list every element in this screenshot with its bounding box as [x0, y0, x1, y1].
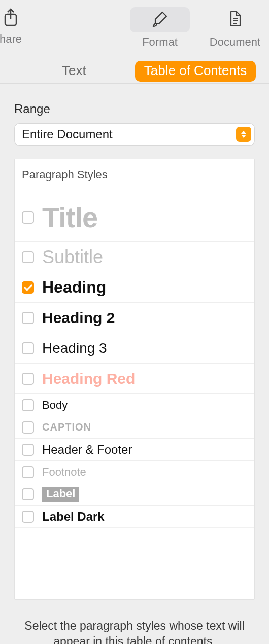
- style-checkbox[interactable]: [22, 281, 34, 294]
- toolbar-document[interactable]: Document: [205, 7, 265, 49]
- style-checkbox[interactable]: [22, 342, 34, 354]
- empty-row: [15, 570, 254, 599]
- style-row[interactable]: Header & Footer: [15, 438, 254, 460]
- updown-chevron-icon: [236, 127, 251, 142]
- style-row[interactable]: Label Dark: [15, 505, 254, 527]
- paragraph-styles-header: Paragraph Styles: [15, 159, 254, 193]
- style-label: Title: [42, 201, 97, 234]
- empty-row: [15, 527, 254, 549]
- style-row[interactable]: Title: [15, 193, 254, 241]
- style-row[interactable]: Body: [15, 393, 254, 416]
- style-label: Heading 2: [42, 309, 115, 327]
- style-checkbox[interactable]: [22, 211, 34, 224]
- style-label: Heading Red: [42, 370, 135, 387]
- style-label: Subtitle: [42, 246, 103, 268]
- style-checkbox[interactable]: [22, 488, 34, 500]
- tab-table-of-contents[interactable]: Table of Contents: [135, 61, 256, 82]
- paintbrush-icon: [151, 10, 169, 29]
- style-row[interactable]: Footnote: [15, 460, 254, 483]
- paragraph-styles-panel: Paragraph Styles TitleSubtitleHeadingHea…: [14, 159, 255, 600]
- style-label: Heading 3: [42, 340, 107, 356]
- document-icon: [226, 10, 244, 29]
- document-label: Document: [210, 35, 260, 49]
- style-label: CAPTION: [42, 421, 91, 433]
- style-label: Label: [42, 487, 79, 502]
- range-value: Entire Document: [22, 127, 113, 141]
- style-label: Header & Footer: [42, 443, 132, 457]
- toolbar-share[interactable]: hare: [0, 7, 28, 46]
- style-row[interactable]: Heading Red: [15, 363, 254, 393]
- format-icon-bg: [130, 7, 190, 32]
- style-checkbox[interactable]: [22, 312, 34, 324]
- style-checkbox[interactable]: [22, 511, 34, 523]
- style-row[interactable]: CAPTION: [15, 416, 254, 438]
- inspector-subtabs: Text Table of Contents: [0, 58, 269, 84]
- share-icon: [3, 7, 19, 29]
- style-checkbox[interactable]: [22, 421, 34, 434]
- style-checkbox[interactable]: [22, 466, 34, 478]
- style-checkbox[interactable]: [22, 373, 34, 385]
- style-row[interactable]: Subtitle: [15, 241, 254, 272]
- style-row[interactable]: Label: [15, 483, 254, 505]
- empty-row: [15, 549, 254, 570]
- range-select[interactable]: Entire Document: [14, 123, 255, 146]
- style-row[interactable]: Heading: [15, 272, 254, 302]
- format-label: Format: [142, 35, 178, 49]
- toolbar: hare Format: [0, 0, 269, 58]
- tab-text[interactable]: Text: [13, 61, 135, 82]
- range-label: Range: [14, 102, 255, 116]
- toolbar-format[interactable]: Format: [130, 7, 190, 49]
- footer-help-text: Select the paragraph styles whose text w…: [14, 618, 255, 644]
- share-label: hare: [0, 32, 22, 46]
- style-row[interactable]: Heading 2: [15, 302, 254, 333]
- style-label: Label Dark: [42, 510, 105, 524]
- style-label: Body: [42, 399, 68, 412]
- style-checkbox[interactable]: [22, 399, 34, 411]
- style-checkbox[interactable]: [22, 444, 34, 456]
- style-label: Heading: [42, 278, 106, 297]
- style-row[interactable]: Heading 3: [15, 333, 254, 363]
- document-icon-bg: [205, 7, 265, 32]
- style-label: Footnote: [42, 466, 86, 479]
- style-checkbox[interactable]: [22, 251, 34, 263]
